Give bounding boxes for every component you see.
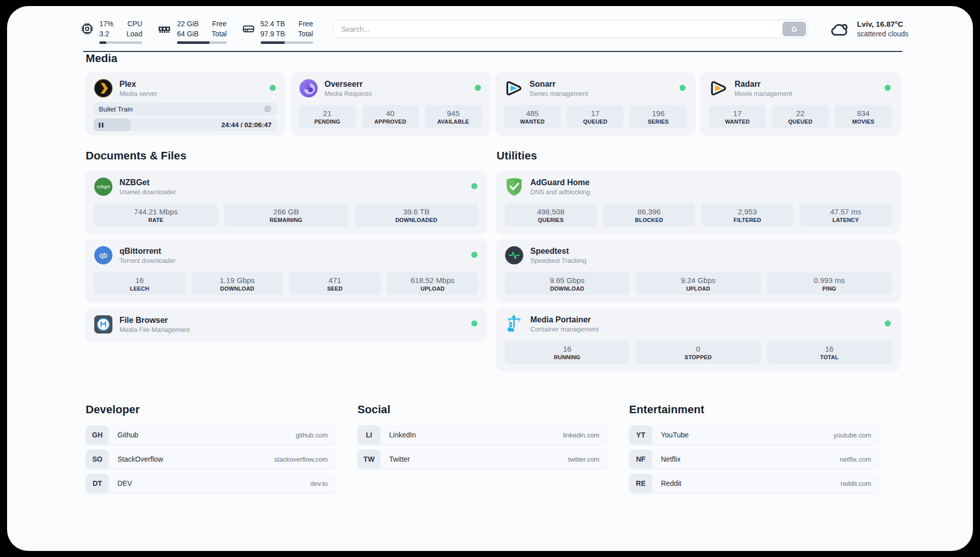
link-name: Twitter xyxy=(389,455,410,463)
link-name: Reddit xyxy=(661,479,681,487)
overseerr-icon xyxy=(299,79,318,98)
stat-latency: 47.57 ms LATENCY xyxy=(800,203,892,227)
stat-value: 0.993 ms xyxy=(814,276,845,285)
portainer-icon xyxy=(505,314,524,333)
app-title: qBittorrent xyxy=(119,246,175,256)
status-dot xyxy=(471,252,477,258)
stat-value: 2,953 xyxy=(738,207,757,216)
stat-approved: 40 APPROVED xyxy=(362,105,419,128)
playback-time: 24:44 / 02:06:47 xyxy=(221,121,272,129)
stat-label: WANTED xyxy=(725,119,750,125)
cloud-icon xyxy=(829,20,850,39)
link-netflix[interactable]: NF Netflix netflix.com xyxy=(629,450,879,469)
link-github[interactable]: GH Github github.com xyxy=(86,425,335,444)
stat-label: RATE xyxy=(148,217,163,223)
stat-label: UPLOAD xyxy=(686,286,710,292)
stat-value: 40 xyxy=(386,109,395,118)
search-input[interactable] xyxy=(335,25,782,33)
app-title: Overseerr xyxy=(325,79,372,89)
app-card-qbittorrent[interactable]: qb qBittorrent Torrent downloader 16 LEE… xyxy=(86,240,486,301)
linkedin-badge: LI xyxy=(357,425,381,444)
app-title: File Browser xyxy=(119,315,190,325)
disk-progress-bar xyxy=(261,41,313,44)
stat-value: 17 xyxy=(591,109,600,118)
cpu-label: CPU xyxy=(127,19,142,29)
link-url: youtube.com xyxy=(834,431,871,439)
documents-column: Documents & Files nzbget NZBGet Usenet d… xyxy=(86,149,486,377)
stat-leech: 16 LEECH xyxy=(94,272,186,295)
session-screenshot-icon xyxy=(264,105,272,113)
stat-movies: 834 MOVIES xyxy=(835,105,892,128)
ram-progress-bar xyxy=(177,41,226,44)
cpu-icon xyxy=(81,22,94,35)
stat-wanted: 17 WANTED xyxy=(709,105,766,128)
app-card-nzbget[interactable]: nzbget NZBGet Usenet downloader 744.21 M… xyxy=(86,171,486,233)
stat-label: PENDING xyxy=(314,119,340,125)
ram-metric: 22 GiB Free 64 GiB Total xyxy=(157,19,226,44)
stat-upload: 618.52 Mbps UPLOAD xyxy=(387,272,478,295)
now-playing-title-row: Bullet Train xyxy=(94,102,277,116)
stat-label: REMAINING xyxy=(270,217,302,223)
svg-text:qb: qb xyxy=(99,251,107,259)
stat-value: 9.24 Gbps xyxy=(681,276,715,285)
stat-label: DOWNLOAD xyxy=(550,286,584,292)
section-title-utilities: Utilities xyxy=(497,149,900,162)
utilities-column: Utilities AdGuard Home xyxy=(497,149,900,377)
link-twitter[interactable]: TW Twitter twitter.com xyxy=(357,450,607,469)
stat-value: 834 xyxy=(857,109,870,118)
app-title: Plex xyxy=(119,79,157,89)
link-stackoverflow[interactable]: SO StackOverflow stackoverflow.com xyxy=(86,450,335,469)
app-title: Radarr xyxy=(734,79,792,89)
app-title: Sonarr xyxy=(530,79,588,89)
stat-stopped: 0 STOPPED xyxy=(636,341,761,364)
stat-value: 16 xyxy=(825,345,834,353)
sonarr-icon xyxy=(504,79,523,98)
stat-label: QUEUED xyxy=(583,119,607,125)
search-bar: G xyxy=(333,20,808,38)
app-card-plex[interactable]: Plex Media server Bullet Train 24:44 / 0… xyxy=(86,73,285,134)
pause-icon[interactable] xyxy=(99,123,103,128)
stat-value: 471 xyxy=(329,276,341,285)
reddit-badge: RE xyxy=(629,474,652,493)
link-reddit[interactable]: RE Reddit reddit.com xyxy=(629,474,879,493)
app-card-sonarr[interactable]: Sonarr Series management 485 WANTED 17 Q… xyxy=(496,73,695,134)
app-card-radarr[interactable]: Radarr Movie management 17 WANTED 22 QUE… xyxy=(701,73,900,134)
netflix-badge: NF xyxy=(629,450,652,469)
twitter-badge: TW xyxy=(357,450,381,469)
link-linkedin[interactable]: LI LinkedIn linkedin.com xyxy=(357,425,607,444)
stat-label: UPLOAD xyxy=(420,286,445,292)
app-card-filebrowser[interactable]: File Browser Media File Management xyxy=(86,308,486,341)
disk-free-value: 52.4 TB xyxy=(261,19,285,29)
disk-total-value: 97.9 TB xyxy=(261,29,285,39)
app-card-adguard[interactable]: AdGuard Home DNS and adblocking 498,508 … xyxy=(497,171,900,233)
plex-icon xyxy=(94,79,113,98)
youtube-badge: YT xyxy=(629,425,652,444)
app-subtitle: Media Requests xyxy=(325,90,372,97)
status-dot xyxy=(471,320,477,326)
stat-value: 21 xyxy=(323,109,332,118)
app-card-overseerr[interactable]: Overseerr Media Requests 21 PENDING 40 A… xyxy=(291,73,490,134)
stat-label: QUEUED xyxy=(788,119,813,125)
cpu-load-value: 3.2 xyxy=(99,29,113,39)
link-name: Netflix xyxy=(661,455,681,463)
stat-value: 266 GB xyxy=(273,207,299,216)
stat-queued: 22 QUEUED xyxy=(772,105,829,128)
developer-links: Developer GH Github github.com SO StackO… xyxy=(86,403,335,498)
link-name: Github xyxy=(117,431,138,439)
stat-label: APPROVED xyxy=(374,119,406,125)
weather-widget: Lviv, 16.87°C scattered clouds xyxy=(829,19,908,39)
link-youtube[interactable]: YT YouTube youtube.com xyxy=(629,425,879,444)
system-metrics: 17% CPU 3.2 Load 22 GiB xyxy=(81,19,313,44)
stat-upload: 9.24 Gbps UPLOAD xyxy=(636,272,761,295)
section-title-social: Social xyxy=(357,403,607,416)
stat-label: STOPPED xyxy=(685,354,712,360)
stat-download: 9.65 Gbps DOWNLOAD xyxy=(505,272,630,295)
stat-series: 196 SERIES xyxy=(630,105,687,128)
stat-blocked: 86,396 BLOCKED xyxy=(603,203,695,227)
app-card-portainer[interactable]: Media Portainer Container management 16 … xyxy=(497,308,900,370)
app-card-speedtest[interactable]: Speedtest Speedtest Tracking 9.65 Gbps D… xyxy=(497,240,900,301)
search-engine-button[interactable]: G xyxy=(782,22,806,36)
link-dev[interactable]: DT DEV dev.to xyxy=(86,474,335,493)
app-subtitle: Speedtest Tracking xyxy=(530,257,586,264)
stat-pending: 21 PENDING xyxy=(299,105,356,128)
